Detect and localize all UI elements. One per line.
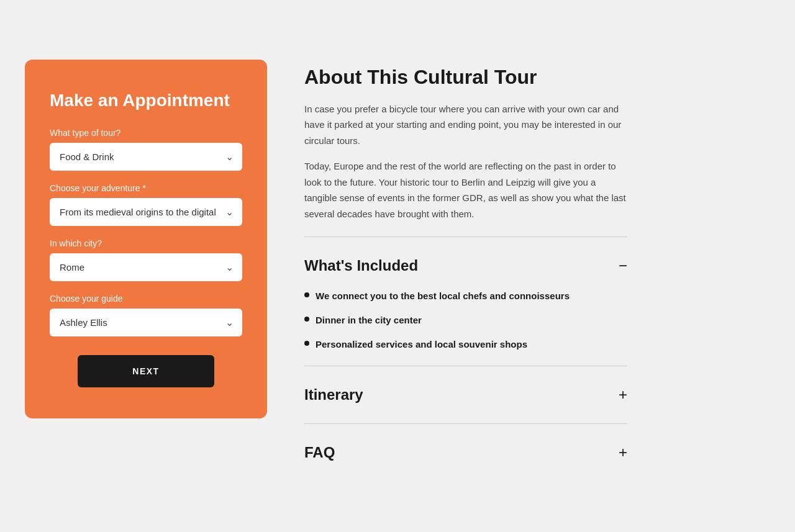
tour-type-select[interactable]: Food & Drink Cultural Tour Adventure Cit… xyxy=(50,143,242,171)
guide-group: Choose your guide Ashley Ellis Marco Bia… xyxy=(50,294,242,336)
included-list: We connect you to the best local chefs a… xyxy=(304,279,627,351)
city-select-wrapper: Rome Berlin Leipzig Paris Vienna ⌄ xyxy=(50,253,242,281)
included-item-1: We connect you to the best local chefs a… xyxy=(316,289,570,302)
list-item: Dinner in the city center xyxy=(304,313,627,327)
info-panel: About This Cultural Tour In case you pre… xyxy=(304,60,627,473)
page-wrapper: Make an Appointment What type of tour? F… xyxy=(25,60,770,473)
tour-type-label: What type of tour? xyxy=(50,128,242,138)
bullet-icon xyxy=(304,292,309,297)
itinerary-section-header[interactable]: Itinerary + xyxy=(304,381,627,408)
about-paragraph-2: Today, Europe and the rest of the world … xyxy=(304,158,627,222)
list-item: We connect you to the best local chefs a… xyxy=(304,289,627,302)
guide-select-wrapper: Ashley Ellis Marco Bianchi Sophie Müller… xyxy=(50,309,242,336)
appointment-title: Make an Appointment xyxy=(50,91,242,110)
whats-included-title: What's Included xyxy=(304,257,418,274)
whats-included-toggle-icon: − xyxy=(619,258,627,273)
bullet-icon xyxy=(304,341,309,346)
bullet-icon xyxy=(304,317,309,322)
city-label: In which city? xyxy=(50,238,242,248)
list-item: Personalized services and local souvenir… xyxy=(304,338,627,351)
next-button[interactable]: NEXT xyxy=(78,355,214,387)
about-paragraph-1: In case you prefer a bicycle tour where … xyxy=(304,101,627,149)
city-select[interactable]: Rome Berlin Leipzig Paris Vienna xyxy=(50,253,242,281)
divider-2 xyxy=(304,366,627,366)
guide-select[interactable]: Ashley Ellis Marco Bianchi Sophie Müller… xyxy=(50,309,242,336)
whats-included-section-header[interactable]: What's Included − xyxy=(304,252,627,279)
faq-title: FAQ xyxy=(304,444,335,461)
guide-label: Choose your guide xyxy=(50,294,242,304)
itinerary-toggle-icon: + xyxy=(619,387,627,402)
faq-toggle-icon: + xyxy=(619,445,627,460)
adventure-required-star: * xyxy=(142,183,145,193)
adventure-label: Choose your adventure * xyxy=(50,183,242,193)
tour-type-group: What type of tour? Food & Drink Cultural… xyxy=(50,128,242,171)
itinerary-title: Itinerary xyxy=(304,386,363,404)
tour-type-select-wrapper: Food & Drink Cultural Tour Adventure Cit… xyxy=(50,143,242,171)
about-title: About This Cultural Tour xyxy=(304,66,627,89)
adventure-select-wrapper: From its medieval origins to the digital… xyxy=(50,198,242,226)
adventure-group: Choose your adventure * From its medieva… xyxy=(50,183,242,226)
city-group: In which city? Rome Berlin Leipzig Paris… xyxy=(50,238,242,281)
divider-1 xyxy=(304,237,627,237)
faq-section-header[interactable]: FAQ + xyxy=(304,439,627,466)
divider-3 xyxy=(304,423,627,424)
included-item-3: Personalized services and local souvenir… xyxy=(316,338,527,351)
appointment-panel: Make an Appointment What type of tour? F… xyxy=(25,60,267,418)
adventure-select[interactable]: From its medieval origins to the digital… xyxy=(50,198,242,226)
included-item-2: Dinner in the city center xyxy=(316,313,422,327)
